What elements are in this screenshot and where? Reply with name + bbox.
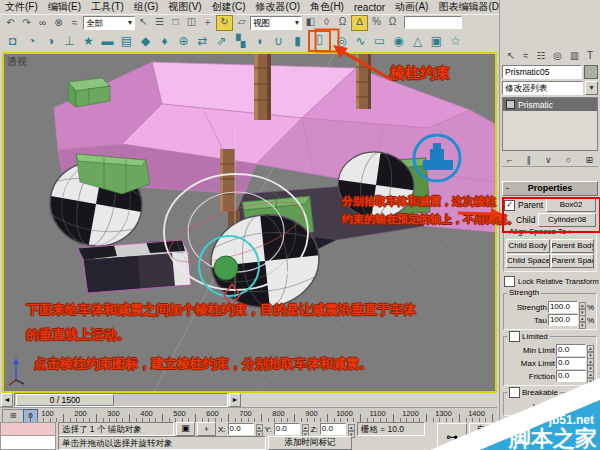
snap-toggle-icon[interactable]: Ω [335,15,350,29]
parent-checkbox[interactable] [504,200,515,211]
window-crossing-icon[interactable]: ◫ [184,15,199,29]
rectangular-selection-icon[interactable]: □ [168,15,183,29]
friction-spinner[interactable] [587,371,594,382]
rope-collection-icon[interactable]: ⊥ [61,32,78,50]
redo-icon[interactable]: ↷ [19,16,34,30]
align-space-button[interactable]: Parent Space [551,254,595,268]
toy-car-icon[interactable]: ⇗ [213,32,230,50]
linear-dashpot-icon[interactable]: ◆ [137,32,154,50]
create-animation-icon[interactable]: ◉ [390,32,407,50]
limited-checkbox[interactable] [509,331,520,342]
min-limit-spinner[interactable] [587,345,594,356]
menu-item[interactable]: 视图(V) [163,0,206,14]
motor-icon[interactable]: ⊕ [175,32,192,50]
track-bar-toggle-icon[interactable]: ⊞ [2,409,24,423]
auto-key-button[interactable]: 自动关键点 [469,423,527,436]
menu-item[interactable]: 组(G) [129,0,163,14]
shock-post-right[interactable] [356,54,371,109]
select-and-scale-icon[interactable]: ▱ [234,15,249,29]
preview-in-window-icon[interactable]: ▭ [371,32,388,50]
timeline-ruler[interactable]: ⊞ 0 100200300400500600700800900100011001… [0,407,497,422]
angle-snap-icon[interactable]: ∆ [351,15,368,31]
select-object-icon[interactable]: ↖ [136,15,151,29]
angular-dashpot-icon[interactable]: ♦ [156,32,173,50]
next-frame-button[interactable] [229,393,241,407]
align-space-button[interactable]: Parent Body [551,239,595,253]
listener-macro-line[interactable] [0,422,56,436]
tab-modify[interactable]: ≈ [523,49,529,63]
spring-icon[interactable]: ▤ [118,32,135,50]
pin-stack-icon[interactable]: ⌐ [507,155,512,165]
z-spinner[interactable] [348,424,355,435]
select-and-link-icon[interactable]: ∞ [35,16,50,30]
y-spinner[interactable] [302,424,309,435]
child-pick-button[interactable]: Cylinder08 [538,213,596,227]
reactor-help-icon[interactable]: ☆ [447,32,464,50]
tab-utilities[interactable]: T [587,49,593,63]
wind-icon[interactable]: ⇄ [194,32,211,50]
menu-item[interactable]: 角色(H) [305,0,349,14]
reactor-utilities-icon[interactable]: ▣ [428,32,445,50]
tab-display[interactable]: ▥ [570,49,579,63]
time-slider-handle[interactable]: 0 / 1500 [16,394,114,406]
soft-body-collection-icon[interactable]: ◑ [42,32,59,50]
fracture-icon[interactable]: ▚ [232,32,249,50]
point-point-constraint-icon[interactable]: ∿ [352,32,369,50]
prismatic-constraint-icon[interactable]: ▯ [308,30,331,52]
menu-item[interactable]: 动画(A) [390,0,433,14]
menu-item[interactable]: 创建(C) [207,0,251,14]
maxscript-mini-listener[interactable] [0,422,56,450]
strength-field[interactable]: 100.0 [548,301,578,313]
menu-item[interactable]: reactor [349,2,390,13]
z-coordinate-field[interactable]: 0.0 [320,423,346,435]
y-coordinate-field[interactable]: 0.0 [274,423,300,435]
mirror-icon[interactable]: ◊ [319,15,334,29]
shock-post-left[interactable] [254,54,271,120]
strength-spinner[interactable] [579,302,586,313]
menu-item[interactable]: 编辑(E) [43,0,86,14]
constraint-solver-icon[interactable]: ∪ [270,32,287,50]
chevron-down-icon[interactable] [585,81,598,95]
lock-relative-transform-checkbox[interactable] [504,276,515,287]
plane-icon[interactable]: ▬ [99,32,116,50]
max-limit-field[interactable]: 0.0 [556,357,586,369]
add-time-tag-button[interactable]: 添加时间标记 [268,436,352,450]
time-slider-track[interactable]: 0 / 1500 [14,393,228,407]
breakable-checkbox[interactable] [509,387,520,398]
deforming-mesh-icon[interactable]: ★ [80,32,97,50]
unlink-selection-icon[interactable]: ⊗ [51,16,66,30]
parent-pick-button[interactable]: Box02 [546,198,596,212]
tab-hierarchy[interactable]: ☷ [536,49,545,63]
lock-selection-icon[interactable] [176,422,195,436]
show-end-result-icon[interactable]: ∥ [526,155,531,165]
linear-spinner[interactable] [587,401,594,412]
tab-create[interactable]: ↖ [507,49,515,63]
tab-motion[interactable]: ◎ [553,49,562,63]
key-filter-selection-dropdown[interactable]: 选定对象 [529,423,595,437]
x-coordinate-field[interactable]: 0.0 [228,423,254,435]
bind-to-space-warp-icon[interactable]: ≈ [67,16,82,30]
perspective-viewport[interactable]: 透视 棱柱约束 分别拾取车体和减震，这次棱柱 约束的轴在预定的轴上，不用调整。 … [2,52,497,393]
rag-doll-constraint-icon[interactable]: ▮ [289,32,306,50]
listener-script-line[interactable] [0,436,56,450]
menu-item[interactable]: 修改器(O) [251,0,305,14]
tau-field[interactable]: 100.0 [548,314,578,326]
set-key-button[interactable]: 设置关键点 [469,437,527,450]
car-wheel-constraint-icon[interactable]: ◎ [333,32,350,50]
object-color-swatch[interactable] [584,65,598,79]
previous-frame-button[interactable] [1,393,13,407]
key-filters-button[interactable]: 关键点过滤... [529,438,593,450]
tau-spinner[interactable] [579,315,586,326]
undo-icon[interactable]: ↶ [3,16,18,30]
select-and-move-icon[interactable]: ＋ [200,15,215,29]
cloth-collection-icon[interactable]: ◔ [23,32,40,50]
physical-properties-icon[interactable]: △ [409,32,426,50]
properties-rollout-header[interactable]: Properties [502,181,598,196]
align-space-button[interactable]: Child Body [506,239,550,253]
modifier-list-dropdown[interactable]: 修改器列表 [502,81,583,95]
selection-filter-dropdown[interactable]: 全部 [83,16,135,30]
configure-modifier-sets-icon[interactable]: ⊞ [585,155,593,165]
remove-modifier-icon[interactable]: ○ [566,155,571,165]
rigid-body-collection-icon[interactable]: ◘ [4,32,21,50]
spinner-snap-icon[interactable]: Ω [385,15,400,29]
